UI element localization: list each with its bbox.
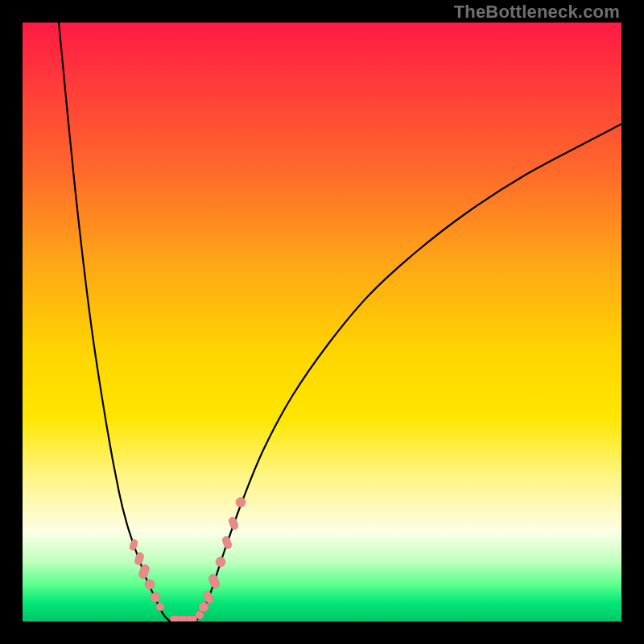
data-marker (129, 539, 138, 551)
data-marker (216, 557, 225, 567)
data-marker (236, 497, 246, 507)
data-marker (134, 551, 144, 565)
data-marker (151, 592, 160, 602)
data-marker (208, 573, 221, 589)
plot-area (23, 23, 621, 621)
data-marker (186, 616, 196, 621)
chart-svg (23, 23, 621, 621)
data-marker (138, 564, 150, 580)
data-marker (221, 535, 233, 550)
bottleneck-curve (59, 23, 621, 621)
data-marker (199, 602, 208, 612)
data-marker (228, 516, 239, 530)
curve-group (59, 23, 621, 621)
marker-group (129, 497, 246, 621)
data-marker (145, 580, 155, 589)
data-marker (156, 603, 164, 611)
chart-frame: TheBottleneck.com (0, 0, 644, 644)
data-marker (196, 611, 204, 619)
watermark-text: TheBottleneck.com (454, 2, 620, 23)
